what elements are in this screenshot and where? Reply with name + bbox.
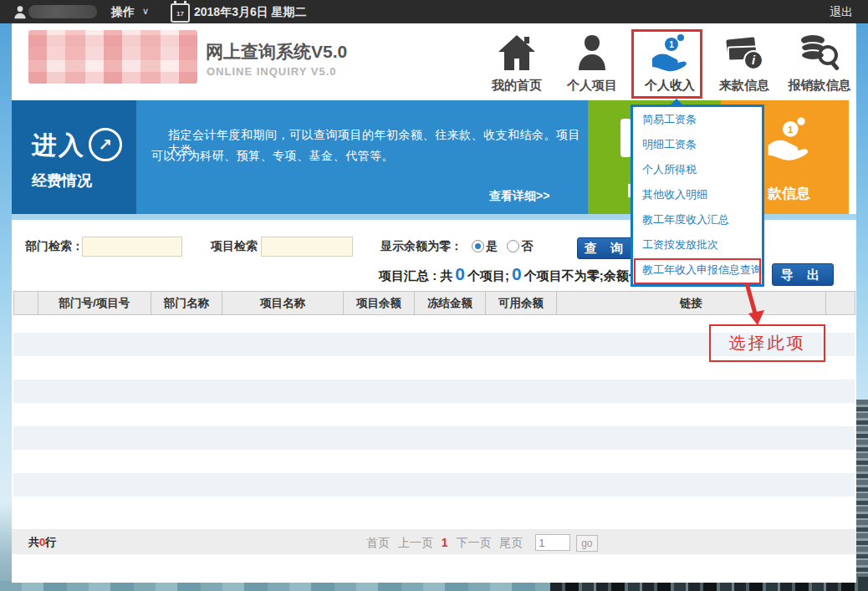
calendar-icon: 17 (171, 3, 190, 23)
table-row (13, 380, 855, 403)
hand-coin-icon: 1 (649, 60, 691, 74)
prev-page-link[interactable]: 上一页 (398, 536, 433, 549)
summary-mid2: 个项目不为零;余额合 (524, 268, 641, 283)
go-button[interactable]: go (576, 535, 597, 552)
svg-text:1: 1 (788, 124, 794, 135)
col-header-frozen-amount: 冻结金额 (415, 292, 486, 315)
col-header-blank (826, 292, 855, 315)
home-icon (497, 60, 537, 74)
svg-text:1: 1 (669, 40, 674, 49)
col-header-dept-name: 部门名称 (151, 292, 222, 315)
col-header-proj-balance: 项目余额 (344, 292, 415, 315)
summary-count1: 0 (452, 264, 467, 283)
menu-item-detailed-payslip[interactable]: 明细工资条 (633, 132, 762, 157)
enter-funds-tile[interactable]: 进入 ↗ 经费情况 (12, 100, 136, 214)
query-button[interactable]: 查 询 (577, 237, 636, 259)
table-row (13, 473, 855, 497)
nav-label: 报销款信息 (783, 78, 856, 94)
hand-coin-icon: 1 (764, 115, 813, 166)
nav-item-personal-income[interactable]: 1 个人收入 (633, 33, 707, 94)
banknotes-info-icon: i (723, 60, 765, 74)
redacted-logo (28, 30, 197, 84)
col-header-dept-proj-no: 部门号/项目号 (38, 292, 151, 315)
nav-item-reimbursement[interactable]: 报销款信息 (783, 33, 856, 94)
radio-yes[interactable] (472, 240, 484, 252)
col-header-blank (14, 292, 38, 315)
nav-label: 我的首页 (480, 78, 554, 94)
radio-no[interactable] (507, 240, 519, 252)
current-date: 2018年3月6日 星期二 (194, 5, 307, 20)
user-icon (12, 3, 28, 23)
menu-item-annual-income-summary[interactable]: 教工年度收入汇总 (633, 207, 762, 232)
dropdown-notch (670, 99, 683, 105)
row-count-suffix: 行 (45, 536, 56, 548)
last-page-link[interactable]: 尾页 (499, 536, 523, 549)
orange-tile-label: 款信息 (768, 184, 810, 203)
coins-search-icon (798, 60, 841, 74)
next-page-link[interactable]: 下一页 (456, 536, 491, 549)
background-cityscape-right (856, 400, 868, 591)
logout-button[interactable]: 退出 (830, 5, 853, 20)
system-subtitle: ONLINE INQUIRY V5.0 (207, 65, 337, 78)
current-page: 1 (442, 536, 448, 549)
page-header: 网上查询系统V5.0 ONLINE INQUIRY V5.0 我的首页 个人项目 (12, 23, 856, 100)
results-table: 部门号/项目号 部门名称 项目名称 项目余额 冻结金额 可用余额 链接 (13, 291, 855, 315)
nav-label: 个人项目 (555, 78, 629, 94)
banner-desc-line2: 可以分为科研、预算、专项、基金、代管等。 (151, 149, 394, 164)
main-nav: 我的首页 个人项目 1 个人收入 (480, 28, 856, 99)
personal-income-dropdown: 简易工资条 明细工资条 个人所得税 其他收入明细 教工年度收入汇总 工资按发放批… (631, 104, 764, 287)
export-button[interactable]: 导 出 (772, 263, 834, 286)
nav-item-personal-projects[interactable]: 个人项目 (555, 33, 629, 94)
nav-item-incoming-payments[interactable]: i 来款信息 (707, 33, 781, 94)
radio-yes-label: 是 (486, 239, 498, 254)
view-detail-link[interactable]: 查看详细>> (489, 189, 549, 204)
col-header-available-balance: 可用余额 (486, 292, 557, 315)
menu-item-salary-by-batch[interactable]: 工资按发放批次 (633, 232, 762, 257)
annotation-select-this: 选择此项 (709, 324, 825, 362)
page-number-input[interactable] (535, 534, 570, 551)
redacted-username (28, 5, 97, 18)
menu-item-income-tax[interactable]: 个人所得税 (633, 157, 762, 182)
summary-count2: 0 (509, 264, 524, 283)
person-icon (574, 60, 610, 74)
project-summary: 项目汇总 : 共0个项目;0个项目不为零;余额合 (379, 264, 641, 284)
first-page-link[interactable]: 首页 (366, 536, 390, 549)
nav-label: 来款信息 (707, 78, 781, 94)
proj-search-input[interactable] (261, 237, 353, 257)
nav-item-home[interactable]: 我的首页 (480, 33, 554, 94)
enter-sub-label: 经费情况 (32, 171, 92, 191)
enter-label: 进入 (32, 129, 85, 163)
pager: 首页 上一页 1 下一页 尾页 go (364, 534, 600, 552)
operation-menu[interactable]: 操作 (111, 5, 135, 20)
dept-search-input[interactable] (82, 237, 182, 257)
menu-item-annual-income-declaration-query[interactable]: 教工年收入申报信息查询 (633, 257, 762, 283)
main-container: 网上查询系统V5.0 ONLINE INQUIRY V5.0 我的首页 个人项目 (12, 23, 856, 583)
summary-prefix: 项目汇总 : 共 (379, 268, 452, 283)
table-row (13, 426, 855, 450)
col-header-proj-name: 项目名称 (222, 292, 344, 315)
arrow-circle-icon: ↗ (89, 128, 122, 161)
menu-item-other-income[interactable]: 其他收入明细 (633, 182, 762, 207)
menu-item-simple-payslip[interactable]: 简易工资条 (633, 107, 762, 132)
summary-mid1: 个项目; (467, 268, 509, 283)
system-title: 网上查询系统V5.0 (206, 40, 347, 64)
nav-label: 个人收入 (633, 78, 707, 94)
dept-search-label: 部门检索： (25, 239, 84, 254)
zero-balance-label: 显示余额为零： (380, 239, 462, 254)
radio-no-label: 否 (521, 239, 533, 254)
col-header-links: 链接 (557, 292, 826, 315)
chevron-down-icon: ∨ (142, 6, 149, 17)
row-count: 共0行 (28, 535, 56, 550)
top-bar: 操作 ∨ 17 2018年3月6日 星期二 退出 (0, 0, 868, 23)
banner-description: 指定会计年度和期间，可以查询项目的年初余额、往来款、收支和结余。项目大类 可以分… (136, 100, 588, 214)
row-count-prefix: 共 (28, 536, 39, 548)
